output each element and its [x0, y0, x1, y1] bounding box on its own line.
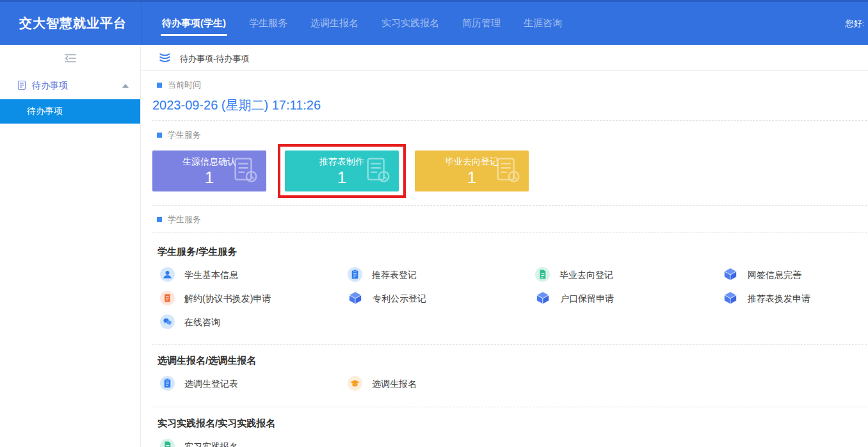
app-title: 交大智慧就业平台 — [0, 15, 141, 32]
tab-internship-signup[interactable]: 实习实践报名 — [380, 2, 440, 45]
chat-icon — [160, 314, 175, 332]
cards-label: 学生服务 — [168, 129, 201, 141]
card-title: 毕业去向登记 — [445, 156, 499, 168]
group-title-internship: 实习实践报名/实习实践报名 — [157, 418, 868, 430]
card-count: 1 — [467, 168, 476, 186]
service-item-label: 专利公示登记 — [373, 293, 426, 305]
card-tuijianbiao-make[interactable]: 推荐表制作 1 — [285, 150, 399, 191]
service-item-online-consult[interactable]: 在线咨询 — [160, 315, 348, 330]
tab-career-counseling[interactable]: 生涯咨询 — [522, 2, 563, 45]
tab-student-services[interactable]: 学生服务 — [248, 2, 289, 45]
document-clock-icon — [230, 156, 260, 188]
dashboard: 当前时间 2023-09-26 (星期二) 17:11:26 学生服务 生源信息… — [141, 79, 868, 447]
service-item-label: 网签信息完善 — [748, 270, 801, 281]
services-section-label: 学生服务 — [157, 214, 868, 225]
cube-icon — [723, 290, 738, 308]
service-item-label: 在线咨询 — [184, 317, 220, 329]
document-icon — [17, 80, 27, 92]
sidebar-collapse-button[interactable] — [0, 47, 140, 72]
cube-icon — [723, 266, 738, 284]
breadcrumb: 待办事项-待办事项 — [141, 47, 868, 71]
blue-square-bullet-icon — [157, 83, 162, 88]
cube-icon — [535, 290, 551, 308]
service-item-label: 毕业去向登记 — [559, 270, 613, 281]
cards-section-label: 学生服务 — [157, 129, 868, 141]
current-datetime: 2023-09-26 (星期二) 17:11:26 — [152, 97, 868, 114]
main-nav: 待办事项(学生) 学生服务 选调生报名 实习实践报名 简历管理 生涯咨询 — [141, 2, 584, 45]
divider — [152, 344, 867, 345]
red-highlight-box: 推荐表制作 1 — [278, 144, 406, 198]
divider — [152, 232, 867, 232]
service-item-internship-signup[interactable]: 实习实践报名 — [160, 439, 348, 447]
blue-square-bullet-icon — [157, 133, 162, 138]
service-item-hukou-retain[interactable]: 户口保留申请 — [535, 291, 723, 307]
clipboard-icon — [160, 376, 175, 393]
service-item-jieyue-apply[interactable]: 解约(协议书换发)申请 — [160, 291, 348, 307]
tab-resume-management[interactable]: 简历管理 — [461, 2, 502, 45]
clipboard-icon — [348, 267, 362, 284]
orange-doc-icon — [160, 291, 175, 308]
service-item-label: 选调生登记表 — [184, 378, 238, 390]
card-count: 1 — [205, 168, 214, 186]
service-item-label: 实习实践报名 — [184, 441, 238, 447]
service-item-label: 解约(协议书换发)申请 — [184, 293, 271, 305]
chevron-up-icon — [122, 84, 129, 88]
sidebar-item-label: 待办事项 — [32, 80, 68, 92]
card-title: 生源信息确认 — [182, 156, 236, 168]
service-item-student-basic-info[interactable]: 学生基本信息 — [160, 268, 348, 283]
graduation-cap-icon — [348, 376, 362, 393]
service-item-xuandiao-signup[interactable]: 选调生报名 — [348, 377, 535, 392]
sidebar: 待办事项 待办事项 — [0, 47, 141, 447]
current-time-section-label: 当前时间 — [157, 79, 868, 91]
todo-cards-row: 生源信息确认 1 推荐表制作 1 — [152, 143, 868, 199]
service-grid-internship: 实习实践报名 — [160, 439, 868, 447]
divider — [152, 120, 867, 121]
main-content: 待办事项-待办事项 当前时间 2023-09-26 (星期二) 17:11:26… — [141, 47, 868, 447]
card-count: 1 — [337, 168, 346, 186]
green-doc-icon — [535, 267, 550, 284]
document-clock-icon — [493, 156, 522, 188]
service-item-label: 户口保留申请 — [560, 293, 614, 305]
menu-fold-icon — [64, 53, 77, 66]
current-time-label: 当前时间 — [168, 79, 201, 91]
document-clock-icon — [363, 156, 392, 188]
cube-icon — [348, 290, 363, 308]
tab-xuandiao-signup[interactable]: 选调生报名 — [309, 2, 360, 45]
service-item-wangqian-info[interactable]: 网签信息完善 — [723, 268, 868, 283]
sidebar-item-todo[interactable]: 待办事项 — [0, 72, 140, 99]
user-greeting: 您好: — [845, 18, 868, 29]
service-item-tuijianbiao-reissue[interactable]: 推荐表换发申请 — [723, 291, 868, 307]
breadcrumb-text: 待办事项-待办事项 — [180, 53, 249, 65]
group-title-xuandiao: 选调生报名/选调生报名 — [157, 355, 868, 367]
sidebar-subitem-todo[interactable]: 待办事项 — [0, 99, 140, 124]
service-item-label: 推荐表换发申请 — [748, 293, 810, 305]
layers-icon — [159, 51, 171, 66]
service-item-xuandiao-form[interactable]: 选调生登记表 — [160, 377, 348, 392]
services-label: 学生服务 — [168, 214, 201, 225]
divider — [152, 205, 867, 206]
top-header: 交大智慧就业平台 待办事项(学生) 学生服务 选调生报名 实习实践报名 简历管理… — [0, 0, 868, 45]
card-biye-quxiang[interactable]: 毕业去向登记 1 — [415, 150, 529, 191]
service-item-label: 学生基本信息 — [184, 270, 238, 281]
service-item-label: 选调生报名 — [372, 378, 417, 390]
service-grid-xuandiao: 选调生登记表 选调生报名 — [160, 377, 868, 392]
service-grid-student-services: 学生基本信息 推荐表登记 — [160, 268, 868, 330]
service-item-label: 推荐表登记 — [372, 270, 417, 281]
tab-todo-student[interactable]: 待办事项(学生) — [161, 2, 227, 45]
user-icon — [160, 267, 175, 284]
card-shengyuan-confirm[interactable]: 生源信息确认 1 — [152, 150, 266, 191]
divider — [152, 407, 867, 407]
service-item-patent-register[interactable]: 专利公示登记 — [348, 291, 535, 307]
group-title-student-services: 学生服务/学生服务 — [157, 246, 868, 258]
sidebar-subitem-label: 待办事项 — [27, 106, 63, 117]
service-item-tuijianbiao-register[interactable]: 推荐表登记 — [348, 268, 535, 283]
service-item-biye-quxiang-register[interactable]: 毕业去向登记 — [535, 268, 723, 283]
green-doc-icon — [160, 439, 175, 447]
card-title: 推荐表制作 — [319, 156, 364, 168]
blue-square-bullet-icon — [157, 217, 162, 222]
